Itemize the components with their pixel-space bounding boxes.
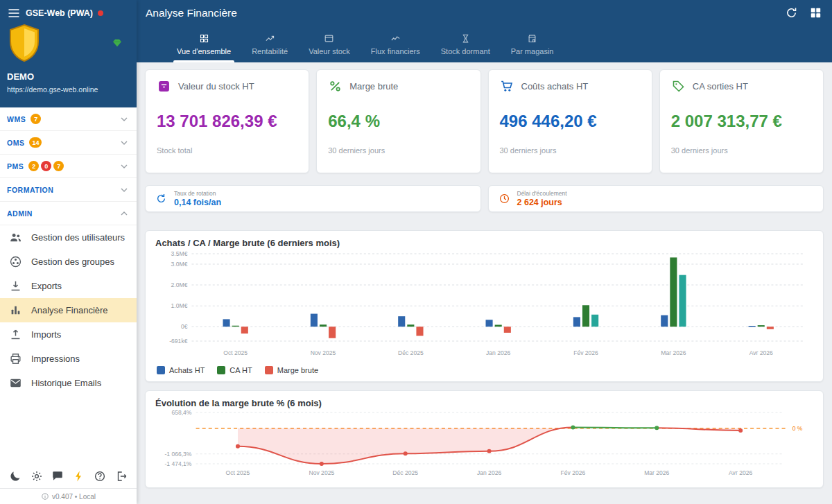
sidebar-item-exports[interactable]: Exports: [0, 274, 137, 298]
chevron-down-icon: [119, 161, 130, 172]
print-icon: [9, 352, 22, 365]
bar-legend: Achats HTCA HTMarge brute: [155, 366, 813, 374]
sidebar-section-oms[interactable]: OMS14: [0, 131, 137, 155]
bar-chart: 3.5M€3.0M€2.0M€1.0M€0€-691k€Oct 2025Nov …: [155, 248, 813, 365]
sidebar-item-gestion-des-groupes[interactable]: Gestion des groupes: [0, 250, 137, 274]
svg-text:658,4%: 658,4%: [171, 409, 191, 416]
quick-actions-button[interactable]: [73, 470, 85, 483]
groups-icon: [9, 255, 22, 268]
tab-label: Stock dormant: [441, 47, 490, 55]
info-icon: [41, 492, 49, 501]
sidebar-item-analyse-financiere[interactable]: Analyse Financière: [0, 298, 137, 322]
stat-label: Taux de rotation: [174, 190, 221, 197]
stat-value: 0,14 fois/an: [174, 198, 221, 207]
chevron-up-icon: [119, 208, 130, 219]
section-label: ADMIN: [7, 209, 33, 218]
kpi-header: CA sorties HT: [671, 79, 812, 94]
stat-value: 2 624 jours: [517, 198, 567, 207]
email-icon: [9, 376, 22, 390]
version-bar: v0.407 • Local: [0, 488, 137, 504]
svg-text:Avr 2026: Avr 2026: [729, 469, 752, 476]
section-label: OMS: [7, 139, 24, 147]
import-icon: [9, 328, 22, 341]
apps-grid-icon[interactable]: [809, 6, 822, 19]
sidebar-section-wms[interactable]: WMS7: [0, 107, 137, 131]
sidebar-menu: WMS7OMS14PMS207FORMATIONADMINGestion des…: [0, 107, 137, 464]
shield-logo: [8, 23, 40, 63]
sidebar-header: GSE-Web (PWA) DEMO https://demo.gse-web.…: [0, 0, 137, 107]
kpi-value: 13 701 826,39 €: [157, 112, 297, 131]
sidebar-item-gestion-des-utilisateurs[interactable]: Gestion des utilisateurs: [0, 225, 137, 250]
svg-text:1.0M€: 1.0M€: [171, 302, 188, 309]
line-chart: 658,4%-1 066,3%-1 474,1%0 %Oct 2025Nov 2…: [155, 408, 813, 480]
settings-button[interactable]: [31, 470, 43, 483]
svg-text:Oct 2025: Oct 2025: [223, 349, 248, 356]
count-badge: 2: [28, 161, 39, 171]
stock-value-icon: [324, 33, 334, 44]
svg-text:Déc 2025: Déc 2025: [398, 349, 424, 356]
count-badge: 14: [29, 137, 42, 148]
svg-text:-691k€: -691k€: [169, 338, 187, 345]
legend-label: Achats HT: [169, 366, 205, 374]
section-badges: 14: [29, 137, 42, 148]
kpi-value: 496 446,20 €: [500, 112, 641, 131]
section-label: WMS: [7, 115, 26, 123]
tab-vue-d-ensemble[interactable]: Vue d'ensemble: [166, 28, 241, 62]
kpi-card-couts-achats-ht: Coûts achats HT496 446,20 €30 derniers j…: [488, 69, 652, 173]
svg-text:Nov 2025: Nov 2025: [309, 469, 334, 476]
kpi-header: Marge brute: [328, 79, 469, 94]
sidebar-section-formation[interactable]: FORMATION: [0, 178, 137, 202]
bar-chart-title: Achats / CA / Marge brute (6 derniers mo…: [155, 238, 813, 248]
overview-icon: [199, 33, 209, 44]
tab-bar: Vue d'ensembleRentabilitéValeur stockFlu…: [166, 28, 564, 62]
refresh-icon[interactable]: [785, 6, 798, 19]
menu-item-label: Imports: [31, 329, 61, 340]
tab-stock-dormant[interactable]: Stock dormant: [431, 28, 501, 62]
svg-text:Fév 2026: Fév 2026: [561, 469, 586, 476]
section-label: FORMATION: [7, 186, 53, 194]
cart-icon: [500, 79, 514, 94]
main-content: Valeur du stock HT13 701 826,39 €Stock t…: [137, 62, 832, 504]
gem-icon: [112, 37, 123, 49]
svg-text:Mar 2026: Mar 2026: [644, 469, 669, 476]
tag-icon: [671, 79, 686, 94]
kpi-card-valeur-du-stock-ht: Valeur du stock HT13 701 826,39 €Stock t…: [145, 69, 309, 173]
menu-icon[interactable]: [7, 6, 21, 20]
legend-item-marge-brute[interactable]: Marge brute: [265, 366, 318, 374]
stat-text: Délai d'écoulement2 624 jours: [517, 190, 567, 207]
menu-item-label: Historique Emails: [31, 378, 101, 388]
legend-item-achats-ht[interactable]: Achats HT: [157, 366, 205, 374]
kpi-subtitle: 30 derniers jours: [671, 146, 812, 155]
tab-par-magasin[interactable]: Par magasin: [501, 28, 564, 62]
brand-row: GSE-Web (PWA): [0, 0, 137, 20]
trending-icon: [265, 33, 275, 44]
kpi-label: Valeur du stock HT: [178, 81, 254, 92]
svg-text:-1 066,3%: -1 066,3%: [164, 451, 191, 458]
status-dot: [98, 10, 103, 16]
kpi-subtitle: 30 derniers jours: [500, 146, 641, 155]
tab-flux-financiers[interactable]: Flux financiers: [361, 28, 431, 62]
count-badge: 7: [53, 161, 64, 171]
help-button[interactable]: [94, 470, 106, 483]
sidebar-item-imports[interactable]: Imports: [0, 322, 137, 347]
dark-mode-button[interactable]: [9, 470, 21, 483]
sidebar-item-historique-emails[interactable]: Historique Emails: [0, 371, 137, 395]
sidebar-section-pms[interactable]: PMS207: [0, 155, 137, 178]
tab-valeur-stock[interactable]: Valeur stock: [298, 28, 361, 62]
tab-rentabilite[interactable]: Rentabilité: [241, 28, 298, 62]
tab-label: Valeur stock: [309, 47, 350, 55]
section-badges: 207: [28, 161, 64, 171]
clock-icon: [499, 193, 510, 205]
legend-item-ca-ht[interactable]: CA HT: [217, 366, 252, 374]
page-title: Analyse Financière: [146, 7, 237, 19]
count-badge: 7: [31, 114, 41, 124]
sidebar-footer-icons: [0, 464, 137, 488]
org-url[interactable]: https://demo.gse-web.online: [7, 85, 98, 94]
chat-button[interactable]: [51, 470, 64, 483]
sidebar-item-impressions[interactable]: Impressions: [0, 347, 137, 371]
legend-swatch: [217, 366, 225, 374]
sidebar-section-admin[interactable]: ADMIN: [0, 202, 137, 225]
inventory-icon: [157, 79, 171, 94]
logout-button[interactable]: [115, 470, 128, 483]
percent-icon: [328, 79, 343, 94]
